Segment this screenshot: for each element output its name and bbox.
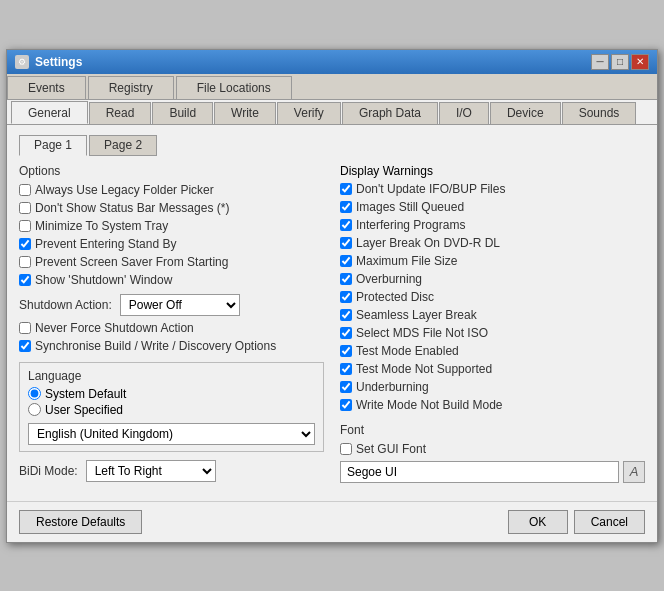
language-select[interactable]: English (United Kingdom) System Default	[28, 423, 315, 445]
option-show-shutdown: Show 'Shutdown' Window	[19, 272, 324, 288]
language-dropdown: English (United Kingdom) System Default	[28, 423, 315, 445]
tab-general[interactable]: General	[11, 101, 88, 124]
dont-update-ifo-checkbox[interactable]	[340, 183, 352, 195]
dw-interfering-programs: Interfering Programs	[340, 217, 645, 233]
test-mode-not-supported-checkbox[interactable]	[340, 363, 352, 375]
show-shutdown-checkbox[interactable]	[19, 274, 31, 286]
language-section: Language System Default User Specified E…	[19, 362, 324, 452]
prevent-saver-checkbox[interactable]	[19, 256, 31, 268]
page-tab-1[interactable]: Page 1	[19, 135, 87, 156]
always-legacy-checkbox[interactable]	[19, 184, 31, 196]
user-specified-radio[interactable]	[28, 403, 41, 416]
dw-underburning: Underburning	[340, 379, 645, 395]
test-mode-enabled-label[interactable]: Test Mode Enabled	[356, 344, 459, 358]
dw-write-mode-not-build: Write Mode Not Build Mode	[340, 397, 645, 413]
tab-build[interactable]: Build	[152, 102, 213, 124]
option-prevent-stand: Prevent Entering Stand By	[19, 236, 324, 252]
main-content: Page 1 Page 2 Options Always Use Legacy …	[7, 125, 657, 493]
option-always-legacy: Always Use Legacy Folder Picker	[19, 182, 324, 198]
page-tabs: Page 1 Page 2	[19, 135, 645, 156]
minimize-tray-label[interactable]: Minimize To System Tray	[35, 219, 168, 233]
show-shutdown-label[interactable]: Show 'Shutdown' Window	[35, 273, 172, 287]
minimize-tray-checkbox[interactable]	[19, 220, 31, 232]
dont-show-status-label[interactable]: Don't Show Status Bar Messages (*)	[35, 201, 229, 215]
option-prevent-saver: Prevent Screen Saver From Starting	[19, 254, 324, 270]
restore-defaults-button[interactable]: Restore Defaults	[19, 510, 142, 534]
set-gui-font-checkbox[interactable]	[340, 443, 352, 455]
maximize-button[interactable]: □	[611, 54, 629, 70]
test-mode-not-supported-label[interactable]: Test Mode Not Supported	[356, 362, 492, 376]
maximum-file-size-checkbox[interactable]	[340, 255, 352, 267]
title-bar-left: ⚙ Settings	[15, 55, 82, 69]
font-section: Font Set GUI Font A	[340, 423, 645, 483]
images-still-queued-checkbox[interactable]	[340, 201, 352, 213]
system-default-label[interactable]: System Default	[45, 387, 126, 401]
images-still-queued-label[interactable]: Images Still Queued	[356, 200, 464, 214]
write-mode-not-build-label[interactable]: Write Mode Not Build Mode	[356, 398, 503, 412]
sync-build-label[interactable]: Synchronise Build / Write / Discovery Op…	[35, 339, 276, 353]
tab-registry[interactable]: Registry	[88, 76, 174, 99]
select-mds-checkbox[interactable]	[340, 327, 352, 339]
prevent-stand-label[interactable]: Prevent Entering Stand By	[35, 237, 176, 251]
seamless-layer-break-label[interactable]: Seamless Layer Break	[356, 308, 477, 322]
tab-graph-data[interactable]: Graph Data	[342, 102, 438, 124]
minimize-button[interactable]: ─	[591, 54, 609, 70]
test-mode-enabled-checkbox[interactable]	[340, 345, 352, 357]
overburning-checkbox[interactable]	[340, 273, 352, 285]
underburning-checkbox[interactable]	[340, 381, 352, 393]
tab-io[interactable]: I/O	[439, 102, 489, 124]
cancel-button[interactable]: Cancel	[574, 510, 645, 534]
never-force-item: Never Force Shutdown Action	[19, 320, 324, 336]
maximum-file-size-label[interactable]: Maximum File Size	[356, 254, 457, 268]
layer-break-dvd-label[interactable]: Layer Break On DVD-R DL	[356, 236, 500, 250]
dont-show-status-checkbox[interactable]	[19, 202, 31, 214]
interfering-programs-label[interactable]: Interfering Programs	[356, 218, 465, 232]
ok-button[interactable]: OK	[508, 510, 568, 534]
user-specified-label[interactable]: User Specified	[45, 403, 123, 417]
never-force-label[interactable]: Never Force Shutdown Action	[35, 321, 194, 335]
seamless-layer-break-checkbox[interactable]	[340, 309, 352, 321]
protected-disc-checkbox[interactable]	[340, 291, 352, 303]
tab-device[interactable]: Device	[490, 102, 561, 124]
option-minimize-tray: Minimize To System Tray	[19, 218, 324, 234]
sync-build-checkbox[interactable]	[19, 340, 31, 352]
tab-verify[interactable]: Verify	[277, 102, 341, 124]
close-button[interactable]: ✕	[631, 54, 649, 70]
page-tab-2[interactable]: Page 2	[89, 135, 157, 156]
dw-seamless-layer-break: Seamless Layer Break	[340, 307, 645, 323]
bidi-select[interactable]: Left To Right Right To Left Auto	[86, 460, 216, 482]
overburning-label[interactable]: Overburning	[356, 272, 422, 286]
title-bar: ⚙ Settings ─ □ ✕	[7, 50, 657, 74]
font-picker-button[interactable]: A	[623, 461, 645, 483]
ok-cancel-buttons: OK Cancel	[508, 510, 645, 534]
dw-test-mode-enabled: Test Mode Enabled	[340, 343, 645, 359]
title-controls: ─ □ ✕	[591, 54, 649, 70]
select-mds-label[interactable]: Select MDS File Not ISO	[356, 326, 488, 340]
prevent-saver-label[interactable]: Prevent Screen Saver From Starting	[35, 255, 228, 269]
font-input[interactable]	[340, 461, 619, 483]
left-panel: Options Always Use Legacy Folder Picker …	[19, 164, 324, 483]
tab-file-locations[interactable]: File Locations	[176, 76, 292, 99]
never-force-checkbox[interactable]	[19, 322, 31, 334]
dont-update-ifo-label[interactable]: Don't Update IFO/BUP Files	[356, 182, 505, 196]
protected-disc-label[interactable]: Protected Disc	[356, 290, 434, 304]
dw-protected-disc: Protected Disc	[340, 289, 645, 305]
shutdown-select[interactable]: Power Off Restart Hibernate None	[120, 294, 240, 316]
font-input-row: A	[340, 461, 645, 483]
dw-images-still-queued: Images Still Queued	[340, 199, 645, 215]
system-default-radio[interactable]	[28, 387, 41, 400]
tab-sounds[interactable]: Sounds	[562, 102, 637, 124]
shutdown-row: Shutdown Action: Power Off Restart Hiber…	[19, 294, 324, 316]
write-mode-not-build-checkbox[interactable]	[340, 399, 352, 411]
dw-select-mds: Select MDS File Not ISO	[340, 325, 645, 341]
interfering-programs-checkbox[interactable]	[340, 219, 352, 231]
layer-break-dvd-checkbox[interactable]	[340, 237, 352, 249]
always-legacy-label[interactable]: Always Use Legacy Folder Picker	[35, 183, 214, 197]
underburning-label[interactable]: Underburning	[356, 380, 429, 394]
tab-read[interactable]: Read	[89, 102, 152, 124]
tab-events[interactable]: Events	[7, 76, 86, 99]
tab-write[interactable]: Write	[214, 102, 276, 124]
prevent-stand-checkbox[interactable]	[19, 238, 31, 250]
dw-maximum-file-size: Maximum File Size	[340, 253, 645, 269]
set-gui-font-label[interactable]: Set GUI Font	[356, 442, 426, 456]
